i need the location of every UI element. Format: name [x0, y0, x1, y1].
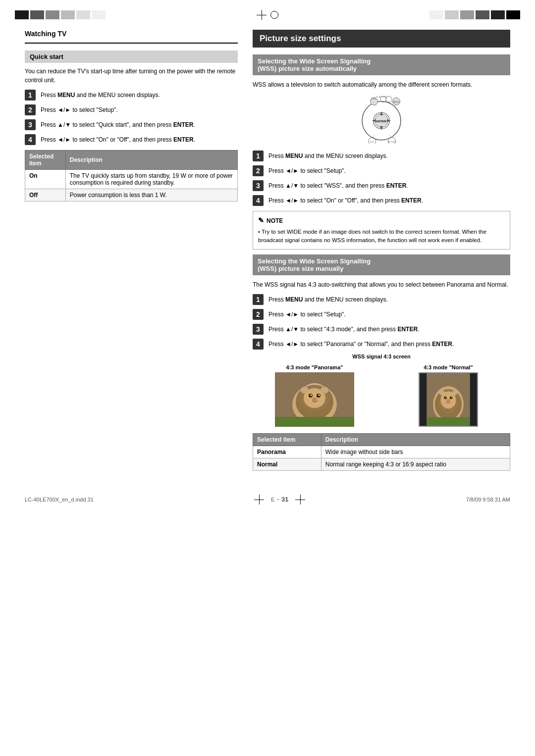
trim-block-4 [61, 10, 75, 19]
svg-marker-5 [380, 126, 383, 130]
table-cell-normal: Normal [253, 458, 321, 470]
page-circle-label: E [271, 497, 274, 503]
step-text-2: Press ◄/► to select "Setup". [41, 104, 118, 114]
table-cell-item-off: Off [25, 189, 66, 202]
step-number-2: 2 [25, 104, 36, 115]
svg-point-48 [446, 399, 450, 402]
note-box: ✎ NOTE • Try to set WIDE mode if an imag… [253, 211, 510, 250]
step-txt-wssm1: Press MENU and the MENU screen displays. [268, 294, 388, 304]
right-column: Picture size settings Selecting the Wide… [253, 30, 510, 476]
trim-block-r2 [445, 10, 459, 19]
step-num-wss1: 1 [253, 151, 264, 161]
trim-block-3 [46, 10, 59, 19]
svg-rect-35 [275, 417, 354, 427]
watching-tv-label: Watching TV [25, 30, 238, 38]
step-txt-wss1: Press MENU and the MENU screen displays. [268, 151, 388, 160]
svg-point-30 [311, 394, 312, 396]
page-indicator: E · 31 [271, 496, 288, 503]
svg-line-22 [389, 135, 392, 137]
step-num-wssm2: 2 [253, 309, 264, 320]
svg-point-50 [452, 390, 458, 395]
step-num-wssm1: 1 [253, 294, 264, 305]
footer-center: E · 31 [254, 495, 305, 504]
note-label: NOTE [267, 216, 283, 225]
normal-image-block: 4:3 mode "Normal" [386, 364, 510, 428]
trim-block-r5 [491, 10, 505, 19]
panorama-label: 4:3 mode "Panorama" [253, 364, 376, 370]
step-4: 4 Press ◄/► to select "On" or "Off", and… [25, 134, 238, 145]
wss-signal-label: WSS signal 4:3 screen [253, 353, 510, 359]
wss-auto-heading: Selecting the Wide Screen Signalling(WSS… [253, 54, 510, 75]
wss-manual-step-3: 3 Press ▲/▼ to select "4:3 mode", and th… [253, 324, 510, 335]
circle-mark-top [270, 11, 278, 19]
section-divider [25, 43, 238, 44]
wss-auto-step-1: 1 Press MENU and the MENU screen display… [253, 151, 510, 161]
trim-block-r6 [506, 10, 520, 19]
normal-label: 4:3 mode "Normal" [386, 364, 510, 370]
svg-point-49 [439, 390, 445, 395]
step-3: 3 Press ▲/▼ to select "Quick start", and… [25, 119, 238, 130]
note-text: • Try to set WIDE mode if an image does … [258, 228, 505, 245]
step-number-4: 4 [25, 134, 36, 145]
svg-rect-38 [470, 373, 477, 426]
step-1: 1 Press MENU and the MENU screen display… [25, 90, 238, 101]
quick-start-intro: You can reduce the TV's start-up time af… [25, 67, 238, 85]
note-icon: ✎ [258, 215, 264, 226]
table-row: Off Power consumption is less than 1 W. [25, 189, 238, 202]
svg-marker-6 [372, 119, 376, 122]
wss-auto-step-4: 4 Press ◄/► to select "On" or "Off", and… [253, 195, 510, 206]
footer: LC-40LE700X_en_d.indd 31 E · 31 7/8/09 9… [0, 491, 535, 508]
svg-text:MENU: MENU [393, 101, 399, 103]
table-row: On The TV quickly starts up from standby… [25, 170, 238, 189]
svg-rect-37 [420, 373, 427, 426]
wss-auto-step-3: 3 Press ▲/▼ to select "WSS", and then pr… [253, 180, 510, 191]
wss-manual-step-2: 2 Press ◄/► to select "Setup". [253, 309, 510, 320]
wss-manual-step-1: 1 Press MENU and the MENU screen display… [253, 294, 510, 305]
step-number-3: 3 [25, 119, 36, 130]
step-text-1: Press MENU and the MENU screen displays. [41, 90, 160, 100]
svg-rect-51 [427, 417, 470, 425]
wss-manual-intro: The WSS signal has 4:3 auto-switching th… [253, 280, 510, 289]
left-column: Watching TV Quick start You can reduce t… [25, 30, 238, 476]
svg-point-33 [301, 387, 309, 394]
wss-manual-step-4: 4 Press ◄/► to select "Panorama" or "Nor… [253, 339, 510, 350]
step-txt-wss3: Press ▲/▼ to select "WSS", and then pres… [268, 180, 408, 190]
svg-point-45 [450, 396, 453, 399]
trim-block-2 [30, 10, 44, 19]
wss-images: 4:3 mode "Panorama" [253, 364, 510, 428]
step-txt-wssm3: Press ▲/▼ to select "4:3 mode", and then… [268, 324, 419, 334]
quick-start-heading: Quick start [25, 50, 238, 63]
table-cell-desc-off: Power consumption is less than 1 W. [65, 189, 237, 202]
picture-size-settings-heading: Picture size settings [253, 30, 510, 48]
center-marks [257, 10, 278, 20]
trim-blocks-right [429, 10, 520, 19]
svg-point-34 [321, 387, 328, 394]
step-num-wss2: 2 [253, 165, 264, 176]
step-number-1: 1 [25, 90, 36, 101]
svg-text:RETURN: RETURN [387, 141, 396, 143]
table-cell-desc-on: The TV quickly starts up from standby, 1… [65, 170, 237, 189]
svg-point-44 [444, 396, 447, 399]
panorama-image-block: 4:3 mode "Panorama" [253, 364, 376, 428]
svg-line-19 [374, 105, 377, 106]
trim-block-r3 [460, 10, 474, 19]
trim-blocks-left [15, 10, 106, 19]
step-num-wssm4: 4 [253, 339, 264, 350]
step-txt-wss2: Press ◄/► to select "Setup". [268, 165, 346, 175]
svg-line-21 [372, 135, 374, 137]
note-title: ✎ NOTE [258, 215, 505, 226]
step-text-4: Press ◄/► to select "On" or "Off", and t… [41, 134, 195, 144]
manual-table-header-item: Selected item [253, 433, 321, 446]
trim-block-6 [92, 10, 106, 19]
wss-manual-heading: Selecting the Wide Screen Signalling(WSS… [253, 254, 510, 275]
step-txt-wss4: Press ◄/► to select "On" or "Off", and t… [268, 195, 423, 205]
trim-block-5 [76, 10, 90, 19]
step-num-wss3: 3 [253, 180, 264, 191]
step-txt-wssm2: Press ◄/► to select "Setup". [268, 309, 346, 319]
svg-marker-4 [380, 111, 383, 115]
bottom-cross-left [254, 495, 264, 504]
wss-manual-table: Selected item Description Panorama Wide … [253, 433, 510, 471]
trim-block-r1 [429, 10, 443, 19]
trim-block-r4 [476, 10, 489, 19]
bottom-cross-right [295, 495, 305, 504]
